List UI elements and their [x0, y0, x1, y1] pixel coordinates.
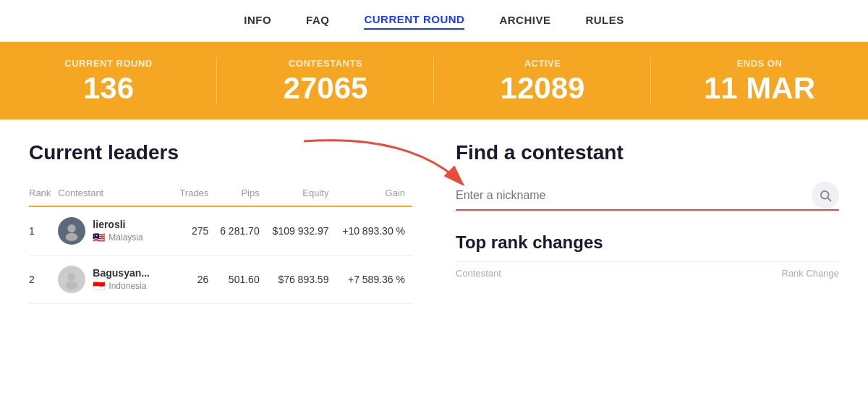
contestant-country: 🇲🇾 Malaysia — [93, 232, 142, 243]
svg-point-2 — [66, 233, 78, 241]
avatar — [58, 217, 85, 245]
svg-point-1 — [68, 224, 76, 232]
rank-cell: 1 — [29, 206, 58, 256]
contestant-cell[interactable]: lierosli 🇲🇾 Malaysia — [58, 206, 176, 256]
rank-changes-section: Top rank changes Contestant Rank Change — [456, 232, 839, 279]
gain-cell: +10 893.30 % — [336, 206, 412, 256]
table-row: 1 lierosli 🇲🇾 Malaysia 275 6 281.70 $109… — [29, 206, 412, 256]
search-icon — [819, 189, 832, 202]
stat-contestants-label: CONTESTANTS — [289, 58, 362, 69]
nav-item-archive[interactable]: ARCHIVE — [499, 14, 550, 29]
nav-item-faq[interactable]: FAQ — [306, 14, 329, 29]
find-contestant-section: Find a contestant — [456, 141, 839, 211]
stat-contestants-value: 27065 — [284, 73, 368, 104]
stat-current-round: CURRENT ROUND 136 — [0, 42, 217, 119]
col-rank: Rank — [29, 182, 58, 206]
stat-active: ACTIVE 12089 — [434, 42, 651, 119]
pips-cell: 501.60 — [216, 256, 266, 304]
contestant-name: Bagusyan... — [93, 267, 150, 279]
rank-changes-columns: Contestant Rank Change — [456, 261, 839, 279]
rank-changes-col-contestant: Contestant — [456, 268, 501, 279]
main-content: Current leaders Rank Contestant Trades P… — [0, 119, 868, 304]
avatar — [58, 266, 85, 293]
col-contestant: Contestant — [58, 182, 176, 206]
col-trades: Trades — [176, 182, 216, 206]
svg-point-4 — [66, 282, 78, 290]
nav-item-rules[interactable]: RULES — [585, 14, 624, 29]
equity-cell: $76 893.59 — [267, 256, 336, 304]
col-pips: Pips — [216, 182, 266, 206]
nav-item-info[interactable]: INFO — [244, 14, 271, 29]
contestant-name: lierosli — [93, 219, 142, 230]
search-button[interactable] — [812, 182, 839, 209]
stat-ends-on: ENDS ON 11 MAR — [651, 42, 868, 119]
rank-changes-title: Top rank changes — [456, 232, 839, 253]
search-box — [456, 182, 839, 211]
leaders-title: Current leaders — [29, 141, 412, 164]
pips-cell: 6 281.70 — [216, 206, 266, 256]
rank-changes-col-rank-change: Rank Change — [782, 268, 840, 279]
leaders-section: Current leaders Rank Contestant Trades P… — [29, 141, 412, 304]
stat-active-value: 12089 — [501, 73, 585, 104]
col-gain: Gain — [336, 182, 412, 206]
navigation: INFOFAQCURRENT ROUNDARCHIVERULES — [0, 0, 868, 42]
rank-cell: 2 — [29, 256, 58, 304]
table-row: 2 Bagusyan... 🇮🇩 Indonesia 26 501.60 $76… — [29, 256, 412, 304]
col-equity: Equity — [267, 182, 336, 206]
contestant-country: 🇮🇩 Indonesia — [93, 280, 150, 292]
leaders-table: Rank Contestant Trades Pips Equity Gain … — [29, 182, 412, 304]
stats-bar: CURRENT ROUND 136 CONTESTANTS 27065 ACTI… — [0, 42, 868, 119]
search-input[interactable] — [456, 182, 804, 209]
nav-item-current-round[interactable]: CURRENT ROUND — [364, 13, 464, 30]
svg-line-6 — [827, 198, 830, 201]
find-contestant-title: Find a contestant — [456, 141, 839, 164]
stat-contestants: CONTESTANTS 27065 — [217, 42, 434, 119]
right-panel: Find a contestant Top rank changes Conte… — [412, 141, 839, 304]
stat-ends-on-label: ENDS ON — [737, 58, 783, 69]
stat-active-label: ACTIVE — [524, 58, 561, 69]
gain-cell: +7 589.36 % — [336, 256, 412, 304]
contestant-cell[interactable]: Bagusyan... 🇮🇩 Indonesia — [58, 256, 176, 304]
stat-current-round-label: CURRENT ROUND — [64, 58, 152, 69]
stat-ends-on-value: 11 MAR — [704, 73, 815, 104]
svg-point-3 — [68, 273, 76, 281]
trades-cell: 26 — [176, 256, 216, 304]
equity-cell: $109 932.97 — [267, 206, 336, 256]
stat-current-round-value: 136 — [83, 73, 134, 104]
trades-cell: 275 — [176, 206, 216, 256]
